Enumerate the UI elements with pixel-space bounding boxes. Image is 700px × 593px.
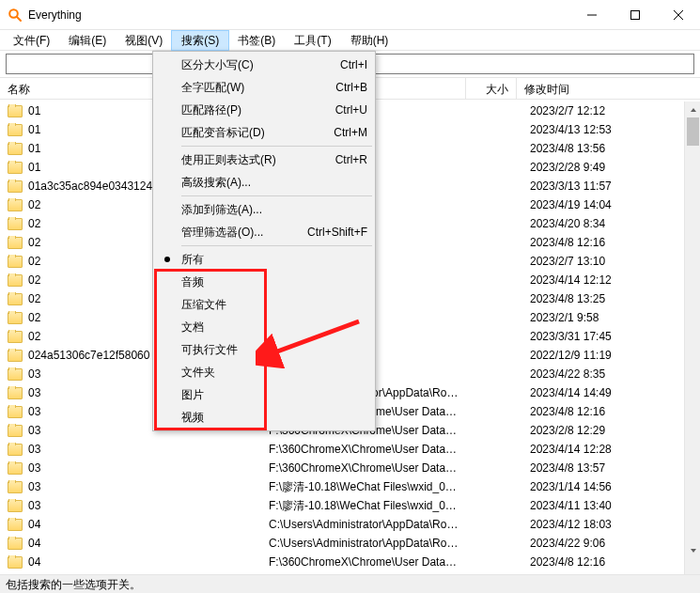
- menu-item[interactable]: 管理筛选器(O)...Ctrl+Shift+F: [155, 221, 373, 243]
- status-bar: 包括搜索的一些选项开关。: [0, 574, 700, 593]
- cell-name-text: 03: [28, 443, 40, 456]
- column-header-size[interactable]: 大小: [466, 78, 517, 99]
- menu-item[interactable]: 文件夹: [155, 361, 373, 383]
- menu-item-label: 文件夹: [181, 365, 367, 381]
- cell-date: 2023/4/14 14:49: [517, 386, 648, 399]
- folder-icon: [8, 406, 23, 418]
- cell-date: 2023/4/19 14:04: [517, 198, 648, 211]
- folder-icon: [8, 500, 23, 512]
- cell-name-text: 01: [28, 161, 40, 174]
- cell-date: 2023/4/14 12:12: [517, 273, 648, 287]
- cell-name: 03: [0, 499, 261, 512]
- menu-item[interactable]: 匹配路径(P)Ctrl+U: [155, 99, 373, 121]
- menu-item-label: 使用正则表达式(R): [181, 152, 335, 168]
- svg-rect-3: [631, 10, 640, 19]
- menu-search[interactable]: 搜索(S): [172, 31, 228, 50]
- cell-date: 2023/4/8 12:16: [517, 555, 648, 569]
- menu-item-label: 视频: [181, 410, 367, 426]
- menu-item[interactable]: 视频: [155, 406, 373, 429]
- table-row[interactable]: 03F:\360ChromeX\Chrome\User Data\Defa...…: [0, 440, 700, 459]
- cell-name-text: 02: [28, 273, 40, 287]
- menu-item[interactable]: 添加到筛选(A)...: [155, 198, 373, 221]
- menu-item[interactable]: 压缩文件: [155, 293, 373, 316]
- menu-help[interactable]: 帮助(H): [341, 31, 398, 50]
- cell-name: 03: [0, 443, 261, 456]
- menu-edit[interactable]: 编辑(E): [59, 31, 116, 50]
- close-button[interactable]: [657, 0, 700, 30]
- cell-name-text: 04: [28, 518, 40, 531]
- vertical-scrollbar[interactable]: [684, 101, 700, 574]
- cell-name-text: 02: [28, 217, 40, 230]
- cell-name-text: 02: [28, 311, 40, 324]
- scroll-down-button[interactable]: [685, 542, 700, 558]
- menu-item[interactable]: 高级搜索(A)...: [155, 171, 373, 194]
- cell-name-text: 01: [28, 142, 40, 155]
- cell-path: F:\360ChromeX\Chrome\User Data\Defa...: [261, 443, 466, 456]
- folder-icon: [8, 368, 23, 381]
- menu-item[interactable]: 所有: [155, 248, 373, 271]
- menu-item[interactable]: 可执行文件: [155, 338, 373, 361]
- menu-item-label: 音频: [181, 274, 367, 290]
- menu-item[interactable]: 音频: [155, 271, 373, 293]
- menu-item[interactable]: 图片: [155, 383, 373, 406]
- menu-item[interactable]: 使用正则表达式(R)Ctrl+R: [155, 148, 373, 171]
- table-row[interactable]: 03F:\廖清-10.18\WeChat Files\wxid_052h4x2.…: [0, 477, 700, 496]
- menu-tools[interactable]: 工具(T): [285, 31, 340, 50]
- folder-icon: [8, 256, 23, 268]
- menu-file[interactable]: 文件(F): [4, 31, 59, 50]
- folder-icon: [8, 143, 23, 155]
- folder-icon: [8, 350, 23, 362]
- menu-item-accelerator: Ctrl+M: [334, 126, 367, 139]
- folder-icon: [8, 237, 23, 249]
- folder-icon: [8, 199, 23, 211]
- cell-name: 03: [0, 461, 261, 475]
- cell-name: 03: [0, 480, 261, 493]
- radio-bullet-icon: [164, 257, 170, 262]
- cell-name: 04: [0, 555, 261, 569]
- menu-item-label: 所有: [181, 252, 367, 268]
- menu-item-label: 全字匹配(W): [181, 80, 335, 96]
- menu-item-label: 添加到筛选(A)...: [181, 202, 367, 218]
- cell-date: 2023/4/14 12:28: [517, 443, 648, 456]
- maximize-button[interactable]: [614, 0, 657, 30]
- menu-item[interactable]: 匹配变音标记(D)Ctrl+M: [155, 121, 373, 144]
- menu-item[interactable]: 文档: [155, 316, 373, 338]
- status-text: 包括搜索的一些选项开关。: [6, 578, 141, 591]
- table-row[interactable]: 03F:\360ChromeX\Chrome\User Data\Defa...…: [0, 459, 700, 477]
- cell-name-text: 01a3c35ac894e0343124: [28, 179, 152, 193]
- menu-item-accelerator: Ctrl+R: [335, 153, 367, 166]
- scroll-thumb[interactable]: [687, 117, 699, 146]
- menu-item-label: 可执行文件: [181, 342, 367, 358]
- menu-item[interactable]: 区分大小写(C)Ctrl+I: [155, 54, 373, 76]
- menu-view[interactable]: 视图(V): [116, 31, 172, 50]
- svg-line-1: [17, 17, 21, 21]
- table-row[interactable]: 04C:\Users\Administrator\AppData\Roamin.…: [0, 534, 700, 553]
- svg-marker-7: [691, 549, 696, 553]
- folder-icon: [8, 218, 23, 230]
- app-title: Everything: [28, 8, 82, 22]
- cell-path: F:\360ChromeX\Chrome\User Data\Defa...: [261, 461, 466, 475]
- table-row[interactable]: 04F:\360ChromeX\Chrome\User Data\Defa...…: [0, 553, 700, 571]
- cell-name-text: 03: [28, 386, 40, 399]
- cell-path: F:\360ChromeX\Chrome\User Data\Defa...: [261, 555, 466, 569]
- menu-bookmarks[interactable]: 书签(B): [228, 31, 285, 50]
- cell-name-text: 03: [28, 424, 40, 437]
- scroll-up-button[interactable]: [685, 101, 700, 117]
- folder-icon: [8, 180, 23, 193]
- cell-name-text: 02: [28, 198, 40, 211]
- menu-item[interactable]: 全字匹配(W)Ctrl+B: [155, 76, 373, 99]
- cell-name: 04: [0, 518, 261, 531]
- cell-date: 2023/3/31 17:45: [517, 330, 648, 343]
- table-row[interactable]: 04C:\Users\Administrator\AppData\Roamin.…: [0, 515, 700, 534]
- table-row[interactable]: 03F:\廖清-10.18\WeChat Files\wxid_052h4x2.…: [0, 496, 700, 515]
- search-menu-dropdown[interactable]: 区分大小写(C)Ctrl+I全字匹配(W)Ctrl+B匹配路径(P)Ctrl+U…: [152, 51, 376, 431]
- column-header-date[interactable]: 修改时间: [517, 78, 648, 99]
- cell-date: 2023/4/11 13:40: [517, 499, 648, 512]
- minimize-button[interactable]: [570, 0, 614, 30]
- cell-date: 2023/1/14 14:56: [517, 480, 648, 493]
- menu-item-accelerator: Ctrl+U: [335, 103, 367, 117]
- folder-icon: [8, 481, 23, 493]
- folder-icon: [8, 293, 23, 305]
- cell-path: C:\Users\Administrator\AppData\Roamin...: [261, 537, 466, 550]
- menu-item-accelerator: Ctrl+I: [340, 58, 367, 71]
